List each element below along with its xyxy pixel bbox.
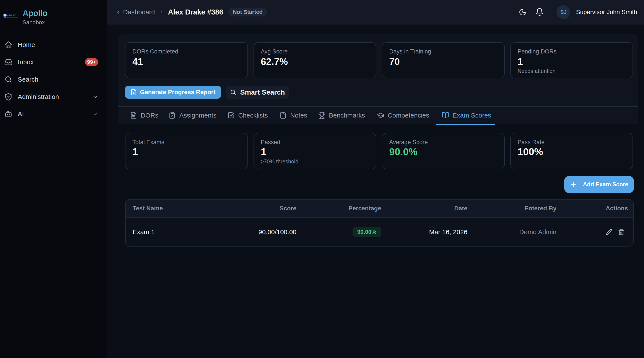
svg-text:TRAINING CONDUCTOR: TRAINING CONDUCTOR	[7, 17, 18, 18]
svg-text:APOLLO: APOLLO	[7, 14, 16, 17]
